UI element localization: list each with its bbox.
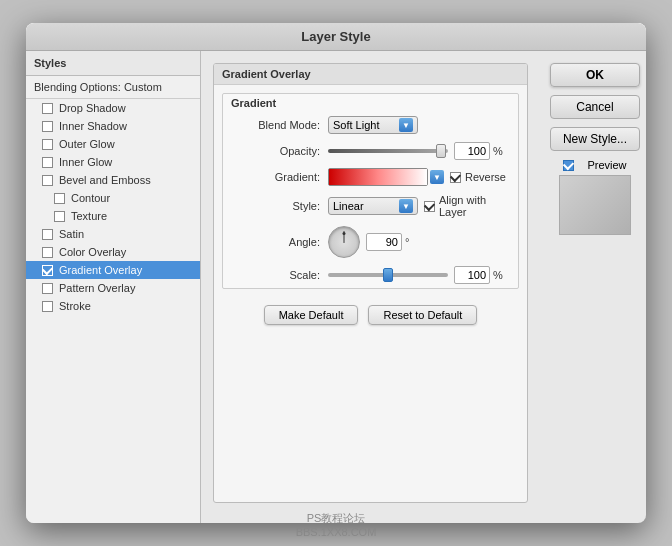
preview-label-row: Preview: [563, 159, 626, 171]
align-layer-row: Align with Layer: [424, 194, 506, 218]
style-value: Linear: [333, 200, 397, 212]
scale-label: Scale:: [235, 269, 320, 281]
scale-input[interactable]: [454, 266, 490, 284]
blend-mode-select[interactable]: Soft Light: [328, 116, 418, 134]
checkbox-pattern-overlay[interactable]: [42, 283, 53, 294]
blend-mode-value: Soft Light: [333, 119, 397, 131]
right-panel: OK Cancel New Style... Preview: [540, 51, 646, 523]
checkbox-texture[interactable]: [54, 211, 65, 222]
reset-to-default-button[interactable]: Reset to Default: [368, 305, 477, 325]
checkbox-gradient-overlay[interactable]: [42, 265, 53, 276]
opacity-slider-thumb[interactable]: [436, 144, 446, 158]
sidebar-item-stroke[interactable]: Stroke: [26, 297, 200, 315]
angle-dial[interactable]: [328, 226, 360, 258]
preview-checkbox[interactable]: [563, 160, 574, 171]
scale-unit: %: [493, 269, 503, 281]
gradient-row: Gradient: Reverse: [223, 164, 518, 190]
gradient-label: Gradient:: [235, 171, 320, 183]
reverse-checkbox[interactable]: [450, 172, 461, 183]
opacity-input[interactable]: [454, 142, 490, 160]
sidebar-item-inner-shadow[interactable]: Inner Shadow: [26, 117, 200, 135]
sidebar-item-color-overlay[interactable]: Color Overlay: [26, 243, 200, 261]
angle-label: Angle:: [235, 236, 320, 248]
checkbox-contour[interactable]: [54, 193, 65, 204]
main-content: Gradient Overlay Gradient Blend Mode: So…: [201, 51, 540, 523]
label-texture: Texture: [71, 210, 107, 222]
blend-mode-label: Blend Mode:: [235, 119, 320, 131]
checkbox-bevel-emboss[interactable]: [42, 175, 53, 186]
scale-slider-thumb[interactable]: [383, 268, 393, 282]
checkbox-color-overlay[interactable]: [42, 247, 53, 258]
button-row: Make Default Reset to Default: [214, 297, 527, 333]
watermark-line2: BBS.1XX8.COM: [296, 526, 377, 538]
sidebar-item-satin[interactable]: Satin: [26, 225, 200, 243]
label-outer-glow: Outer Glow: [59, 138, 115, 150]
checkbox-inner-glow[interactable]: [42, 157, 53, 168]
dialog-body: Styles Blending Options: Custom Drop Sha…: [26, 51, 646, 523]
reverse-row: Reverse: [450, 171, 506, 183]
align-layer-checkbox[interactable]: [424, 201, 435, 212]
checkbox-stroke[interactable]: [42, 301, 53, 312]
reverse-label: Reverse: [465, 171, 506, 183]
label-drop-shadow: Drop Shadow: [59, 102, 126, 114]
sidebar-item-pattern-overlay[interactable]: Pattern Overlay: [26, 279, 200, 297]
label-contour: Contour: [71, 192, 110, 204]
sidebar-item-drop-shadow[interactable]: Drop Shadow: [26, 99, 200, 117]
dial-line: [344, 231, 345, 243]
blend-mode-row: Blend Mode: Soft Light: [223, 112, 518, 138]
gradient-overlay-section: Gradient Overlay Gradient Blend Mode: So…: [213, 63, 528, 503]
checkbox-satin[interactable]: [42, 229, 53, 240]
preview-label: Preview: [587, 159, 626, 171]
preview-section: Preview: [550, 159, 640, 235]
sidebar-item-texture[interactable]: Texture: [26, 207, 200, 225]
scale-slider-track[interactable]: [328, 273, 448, 277]
label-satin: Satin: [59, 228, 84, 240]
align-layer-label: Align with Layer: [439, 194, 506, 218]
sidebar-item-bevel-emboss[interactable]: Bevel and Emboss: [26, 171, 200, 189]
gradient-arrow-icon[interactable]: [430, 170, 444, 184]
gradient-inner-group: Gradient Blend Mode: Soft Light Opacity:: [222, 93, 519, 289]
opacity-row: Opacity: %: [223, 138, 518, 164]
layer-style-dialog: Layer Style Styles Blending Options: Cus…: [26, 23, 646, 523]
blending-options-item[interactable]: Blending Options: Custom: [26, 76, 200, 99]
gradient-subsection-title: Gradient: [223, 94, 518, 112]
section-gradient-overlay-title: Gradient Overlay: [214, 64, 527, 85]
styles-header: Styles: [26, 51, 200, 76]
gradient-preview[interactable]: [328, 168, 428, 186]
checkbox-inner-shadow[interactable]: [42, 121, 53, 132]
angle-unit: °: [405, 236, 409, 248]
watermark: PS教程论坛 BBS.1XX8.COM: [296, 511, 377, 538]
label-pattern-overlay: Pattern Overlay: [59, 282, 135, 294]
label-stroke: Stroke: [59, 300, 91, 312]
title-bar: Layer Style: [26, 23, 646, 51]
ok-button[interactable]: OK: [550, 63, 640, 87]
style-select[interactable]: Linear: [328, 197, 418, 215]
make-default-button[interactable]: Make Default: [264, 305, 359, 325]
opacity-unit: %: [493, 145, 503, 157]
checkbox-drop-shadow[interactable]: [42, 103, 53, 114]
angle-input[interactable]: [366, 233, 402, 251]
sidebar-item-inner-glow[interactable]: Inner Glow: [26, 153, 200, 171]
sidebar-item-contour[interactable]: Contour: [26, 189, 200, 207]
checkbox-outer-glow[interactable]: [42, 139, 53, 150]
style-row: Style: Linear Align with Layer: [223, 190, 518, 222]
scale-row: Scale: %: [223, 262, 518, 288]
left-panel: Styles Blending Options: Custom Drop Sha…: [26, 51, 201, 523]
new-style-button[interactable]: New Style...: [550, 127, 640, 151]
preview-box: [559, 175, 631, 235]
blend-mode-arrow-icon[interactable]: [399, 118, 413, 132]
label-gradient-overlay: Gradient Overlay: [59, 264, 142, 276]
sidebar-item-outer-glow[interactable]: Outer Glow: [26, 135, 200, 153]
angle-row: Angle: °: [223, 222, 518, 262]
label-inner-shadow: Inner Shadow: [59, 120, 127, 132]
label-color-overlay: Color Overlay: [59, 246, 126, 258]
opacity-slider-track[interactable]: [328, 149, 448, 153]
label-inner-glow: Inner Glow: [59, 156, 112, 168]
label-bevel-emboss: Bevel and Emboss: [59, 174, 151, 186]
style-label: Style:: [235, 200, 320, 212]
cancel-button[interactable]: Cancel: [550, 95, 640, 119]
style-arrow-icon[interactable]: [399, 199, 413, 213]
sidebar-item-gradient-overlay[interactable]: Gradient Overlay: [26, 261, 200, 279]
dialog-title: Layer Style: [301, 29, 370, 44]
opacity-label: Opacity:: [235, 145, 320, 157]
